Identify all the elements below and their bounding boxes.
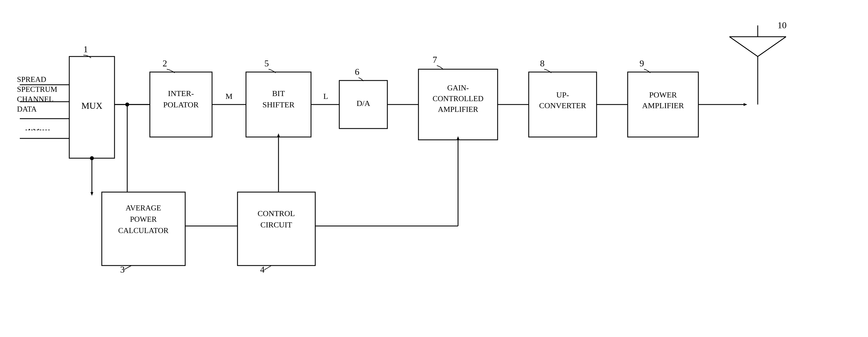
bit-label1: BIT	[272, 89, 285, 98]
da-label: D/A	[356, 99, 370, 108]
ref-10: 10	[777, 20, 786, 30]
ref-7: 7	[433, 55, 437, 65]
gca-label3: AMPLIFIER	[438, 105, 478, 113]
spread-label: SPREAD	[17, 75, 46, 83]
inter-label2: POLATOR	[163, 100, 199, 109]
gca-label1: GAIN-	[447, 83, 469, 92]
ref-1: 1	[84, 44, 88, 54]
m-label: M	[226, 92, 233, 101]
avg-label2: POWER	[130, 215, 157, 224]
mux-label: MUX	[82, 101, 103, 111]
ref-8: 8	[540, 58, 545, 68]
power-label2: AMPLIFIER	[642, 101, 684, 110]
ellipsis-label: . . .	[28, 122, 39, 132]
ref-4: 4	[260, 264, 265, 275]
avg-label3: CALCULATOR	[118, 226, 168, 235]
power-label1: POWER	[649, 90, 677, 99]
spectrum-label: SPECTRUM	[17, 85, 57, 94]
inter-label1: INTER-	[168, 89, 194, 98]
gca-block	[418, 69, 498, 140]
block-diagram: SPREAD SPECTRUM CHANNEL DATA . . . MUX 1…	[0, 0, 868, 337]
svg-line-39	[758, 37, 786, 57]
bit-label2: SHIFTER	[262, 100, 294, 109]
svg-marker-16	[91, 192, 93, 196]
l-label: L	[323, 92, 328, 101]
channel-label: CHANNEL	[17, 95, 54, 103]
data-label: DATA	[17, 105, 37, 113]
ref-2: 2	[162, 58, 167, 68]
svg-point-17	[90, 156, 94, 160]
control-label2: CIRCUIT	[260, 220, 292, 229]
ref-6: 6	[355, 67, 359, 77]
svg-marker-36	[744, 103, 747, 106]
svg-line-38	[730, 37, 758, 57]
control-label1: CONTROL	[257, 209, 295, 218]
ref-9: 9	[640, 58, 644, 68]
up-label2: CONVERTER	[539, 101, 586, 110]
up-label1: UP-	[556, 90, 569, 99]
ref-5: 5	[265, 58, 269, 68]
avg-label1: AVERAGE	[126, 204, 161, 212]
gca-label2: CONTROLLED	[433, 94, 484, 103]
